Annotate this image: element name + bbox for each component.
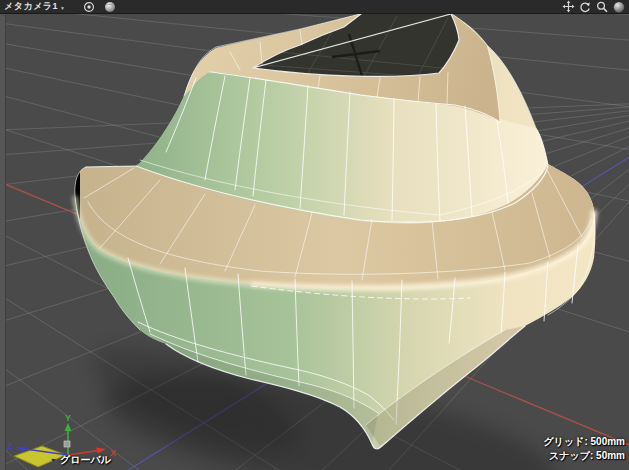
- zoom-icon[interactable]: [595, 1, 609, 13]
- gizmo-y-arrowhead: [65, 423, 72, 431]
- chevron-down-icon: ▼: [50, 457, 57, 464]
- chevron-down-icon: ▼: [60, 5, 65, 11]
- gizmo-y-label: Y: [65, 413, 71, 423]
- viewport-left-border: [0, 13, 6, 470]
- rotate-icon[interactable]: [578, 1, 592, 13]
- target-icon[interactable]: [82, 1, 96, 13]
- gizmo-z-arrowhead: [16, 447, 26, 453]
- camera-selector[interactable]: メタカメラ1 ▼: [4, 0, 66, 13]
- shaded-sphere-icon[interactable]: [103, 1, 117, 13]
- grid-size-label: グリッド: 500mm: [543, 435, 625, 449]
- viewport-toolbar: メタカメラ1 ▼: [0, 0, 629, 14]
- application-window: メタカメラ1 ▼: [0, 0, 629, 470]
- coordinate-mode-label[interactable]: ▼グローバル: [50, 453, 111, 467]
- snap-size-label: スナップ: 50mm: [549, 449, 625, 463]
- gizmo-z-label: Z: [7, 441, 13, 451]
- camera-name-label: メタカメラ1: [4, 0, 58, 13]
- view-sphere-icon[interactable]: [612, 1, 626, 13]
- gizmo-origin-handle: [64, 441, 70, 447]
- pan-icon[interactable]: [561, 1, 575, 13]
- viewport-3d[interactable]: Y X Z ▼グローバル グリッド: 500mm スナップ: 50mm: [0, 0, 629, 470]
